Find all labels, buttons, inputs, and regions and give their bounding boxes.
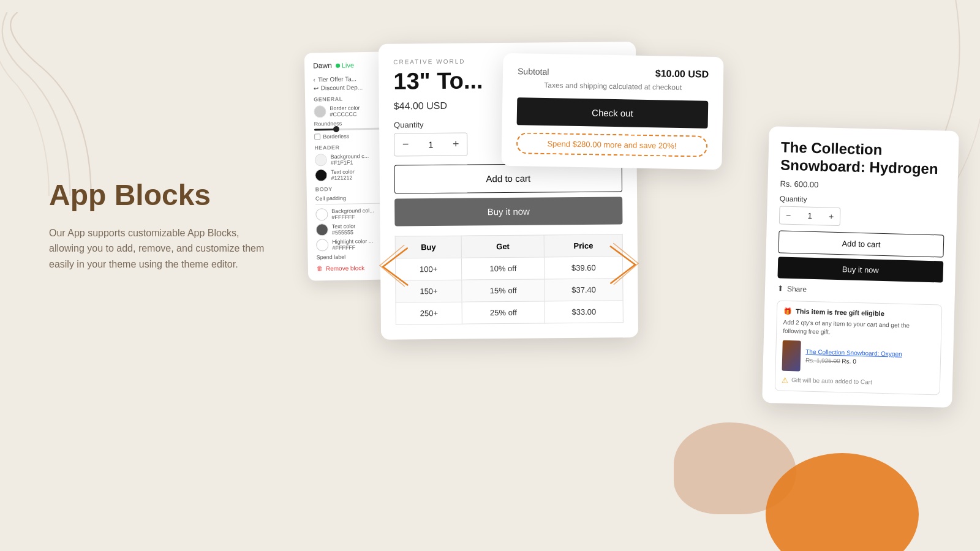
gift-sale-price: Rs. 0 (842, 358, 856, 365)
free-gift-description: Add 2 qty's of any item to your cart and… (783, 318, 935, 339)
right-qty-increase[interactable]: + (823, 208, 840, 225)
tier-col-get: Get (461, 235, 545, 258)
left-content-area: App Blocks Our App supports customizable… (49, 178, 294, 272)
tier-row-1: 100+ 10% off $39.60 (395, 257, 622, 280)
warning-icon: ⚠ (782, 375, 788, 384)
tier-buy-2: 150+ (396, 280, 462, 302)
gift-product-details: The Collection Snowboard: Oxygen Rs. 1,9… (805, 348, 902, 366)
body-bg-label: Background col... #FFFFFF (331, 208, 374, 220)
taxes-note: Taxes and shipping calculated at checkou… (518, 80, 709, 92)
live-dot (336, 63, 340, 67)
back-label: Tier Offer Ta... (318, 75, 356, 83)
right-qty-label: Quantity (780, 194, 945, 207)
cart-panel-card: Subtotal $10.00 USD Taxes and shipping c… (501, 53, 723, 170)
right-product-title: The Collection Snowboard: Hydrogen (780, 139, 946, 179)
subtotal-amount: $10.00 USD (655, 68, 709, 80)
cards-area: Dawn Live ‹ Tier Offer Ta... ↩ Discount … (282, 24, 956, 527)
header-bg-label: Background c... #F1F1F1 (331, 153, 369, 166)
live-label: Live (342, 61, 354, 69)
tier-row-3: 250+ 25% off $33.00 (396, 301, 623, 324)
gift-icon: 🎁 (783, 307, 792, 315)
tier-buy-3: 250+ (396, 302, 462, 324)
gift-original-price: Rs. 1,925.00 (805, 357, 840, 364)
right-product-card: The Collection Snowboard: Hydrogen Rs. 6… (762, 126, 959, 408)
live-badge: Live (336, 61, 354, 69)
body-bg-swatch[interactable] (315, 208, 328, 220)
right-product-price: Rs. 600.00 (780, 179, 945, 192)
gift-auto-note: ⚠ Gift will be auto added to Cart (782, 375, 933, 388)
border-color-swatch[interactable] (314, 105, 326, 118)
gift-product-name[interactable]: The Collection Snowboard: Oxygen (805, 348, 902, 358)
quantity-control: − 1 + (394, 132, 467, 156)
share-row: ⬆ Share (777, 284, 943, 297)
body-text-swatch[interactable] (316, 223, 328, 236)
sub-item-label: Discount Dep... (321, 84, 363, 91)
tier-col-buy: Buy (395, 236, 461, 258)
free-gift-box: 🎁 This item is free gift eligible Add 2 … (775, 300, 943, 395)
free-gift-header: 🎁 This item is free gift eligible (783, 307, 935, 318)
qty-value: 1 (417, 140, 445, 149)
subtotal-row: Subtotal $10.00 USD (518, 66, 709, 80)
header-bg-swatch[interactable] (315, 154, 327, 166)
right-qty-decrease[interactable]: − (780, 206, 797, 224)
tier-col-price: Price (545, 234, 623, 257)
add-to-cart-button[interactable]: Add to cart (394, 163, 622, 193)
share-label: Share (787, 284, 807, 293)
tier-table-container: Buy Get Price 100+ 10% off $39.60 150+ 1… (395, 234, 624, 324)
tier-get-2: 15% off (462, 279, 545, 302)
tier-price-2: $37.40 (545, 279, 623, 301)
buy-now-button[interactable]: Buy it now (394, 197, 622, 226)
page-description: Our App supports customizable App Blocks… (49, 225, 270, 272)
free-gift-product: The Collection Snowboard: Oxygen Rs. 1,9… (782, 340, 935, 374)
tier-price-1: $39.60 (545, 257, 623, 279)
header-text-label: Text color #121212 (331, 168, 355, 181)
tier-pricing-table: Buy Get Price 100+ 10% off $39.60 150+ 1… (395, 234, 624, 324)
right-qty-value: 1 (797, 211, 823, 220)
tier-row-2: 150+ 15% off $37.40 (396, 279, 623, 302)
borderless-checkbox[interactable] (314, 133, 320, 140)
right-qty-control: − 1 + (779, 206, 841, 226)
qty-increase-button[interactable]: + (445, 133, 467, 155)
subtotal-label: Subtotal (518, 66, 549, 77)
header-text-swatch[interactable] (315, 169, 327, 181)
right-add-to-cart-button[interactable]: Add to cart (778, 230, 944, 257)
borderless-label: Borderless (323, 133, 349, 140)
spend-save-badge: Spend $280.00 more and save 20%! (516, 132, 708, 157)
tier-buy-1: 100+ (395, 258, 461, 280)
tier-get-3: 25% off (462, 301, 545, 324)
highlight-swatch[interactable] (316, 239, 328, 251)
highlight-label: Highlight color ... #FFFFFF (332, 238, 373, 251)
tier-get-1: 10% off (462, 257, 545, 280)
gift-product-thumbnail (782, 340, 801, 371)
tier-price-3: $33.00 (545, 301, 623, 323)
page-title: App Blocks (49, 178, 294, 213)
checkout-button[interactable]: Check out (517, 97, 709, 128)
qty-decrease-button[interactable]: − (394, 133, 417, 156)
border-color-label: Border color #CCCCCC (330, 105, 360, 118)
gift-product-price: Rs. 1,925.00 Rs. 0 (805, 357, 902, 366)
share-icon: ⬆ (777, 284, 783, 293)
theme-name: Dawn (313, 61, 332, 70)
right-buy-now-button[interactable]: Buy it now (777, 257, 943, 282)
body-text-label: Text color #555555 (332, 223, 356, 236)
